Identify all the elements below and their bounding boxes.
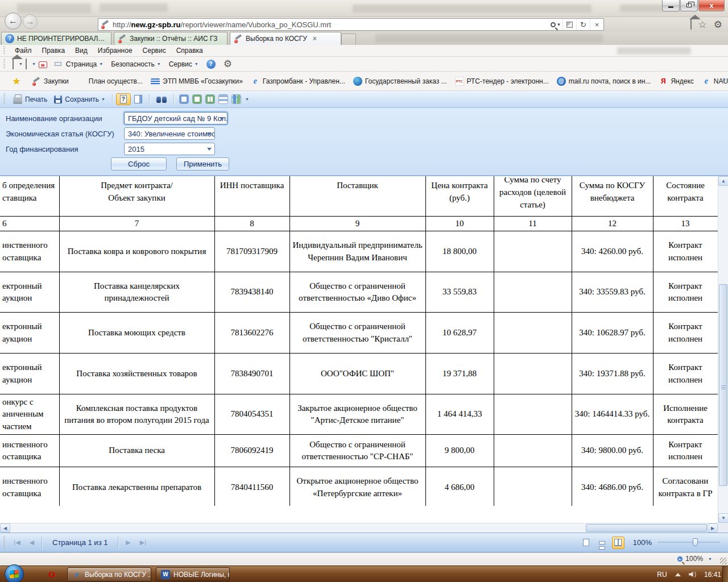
print-report-button[interactable]: Печать: [10, 94, 51, 105]
view-two-pages-button[interactable]: [205, 94, 215, 104]
cell-r2-c8: 7839438140: [214, 272, 289, 313]
view-continuous-button[interactable]: [192, 94, 202, 104]
home-icon: [690, 19, 692, 30]
home-dropdown-icon[interactable]: ▼: [19, 62, 23, 66]
cell-r7-c10: 4 686,00: [425, 467, 494, 506]
scroll-up-button[interactable]: ▲: [718, 176, 728, 186]
url-protocol: http://: [113, 20, 131, 29]
view-multiple-pages-button[interactable]: [218, 94, 228, 104]
zoom-slider-thumb[interactable]: [693, 538, 698, 546]
show-desktop-button[interactable]: [722, 566, 728, 582]
command-item-2[interactable]: Безопасность▼: [107, 60, 164, 68]
close-button[interactable]: x: [698, 0, 725, 11]
favorite-link-1[interactable]: Закупки: [28, 77, 73, 86]
forward-button[interactable]: →: [23, 14, 38, 29]
taskbar-window-2[interactable]: WНОВЫЕ Логины, па...: [156, 567, 230, 581]
vertical-scroll-thumb[interactable]: [719, 284, 727, 486]
favorite-link-8[interactable]: ЯЯндекс: [655, 77, 697, 86]
command-item-3[interactable]: Сервис▼: [165, 60, 202, 68]
clock[interactable]: 16:41: [704, 571, 721, 579]
horizontal-scroll-thumb[interactable]: [586, 524, 707, 532]
cell-r6-c13: Контракт исполнен: [653, 435, 718, 467]
compatibility-view-button[interactable]: [562, 19, 576, 30]
minimize-button[interactable]: [662, 0, 680, 11]
menu-item-1[interactable]: Файл: [10, 47, 37, 55]
bookmarks-panel-button[interactable]: [131, 94, 146, 105]
view-single-page-button[interactable]: [179, 94, 189, 104]
help-command-button[interactable]: ?: [202, 60, 220, 69]
window-titlebar[interactable]: x: [0, 0, 728, 17]
scroll-right-button[interactable]: ▶: [708, 523, 718, 533]
filter-select-3[interactable]: 2015: [124, 143, 215, 155]
filter-select-1[interactable]: ГБДОУ детский сад № 9 Кол...: [124, 112, 228, 124]
new-tab-button[interactable]: [341, 34, 356, 45]
address-bar[interactable]: http://new.gz-spb.ru/report/viewer/name/…: [98, 18, 604, 31]
scroll-down-button[interactable]: ▼: [718, 513, 728, 523]
taskbar-window-1[interactable]: eВыборка по КОСГУ ...: [67, 567, 151, 581]
back-button[interactable]: ←: [5, 13, 22, 30]
horizontal-scrollbar[interactable]: ◀ ▶: [0, 523, 718, 533]
last-page-button[interactable]: ▶|: [135, 536, 150, 550]
add-favorite-button[interactable]: ★: [8, 77, 28, 86]
ie-icon: e: [72, 570, 81, 579]
favorite-link-5[interactable]: Государственный заказ ...: [349, 77, 451, 86]
favorites-button[interactable]: ☆: [698, 19, 707, 31]
filter-select-2[interactable]: 340: Увеличение стоимос: [124, 127, 215, 140]
parameters-panel-button[interactable]: ?: [116, 93, 131, 105]
vertical-scrollbar[interactable]: ▲ ▼: [718, 176, 728, 523]
menu-item-2[interactable]: Правка: [37, 47, 71, 55]
apply-button[interactable]: Применить: [176, 157, 229, 171]
next-page-button[interactable]: ▶: [121, 536, 135, 550]
home-button[interactable]: [690, 19, 692, 30]
reset-button[interactable]: Сброс: [111, 157, 167, 171]
tab-3[interactable]: Выборка по КОСГУ×: [230, 32, 341, 45]
taskbar-opera-button[interactable]: O: [44, 567, 59, 581]
language-indicator[interactable]: RU: [657, 571, 667, 579]
start-button[interactable]: [5, 564, 24, 582]
feeds-dropdown-icon[interactable]: ▼: [32, 62, 36, 66]
zoom-page-width-button[interactable]: [596, 537, 609, 549]
zoom-page-height-button[interactable]: [580, 537, 593, 549]
favorite-link-7[interactable]: @mail.ru почта, поиск в ин...: [553, 77, 655, 86]
settings-command-button[interactable]: ⚙: [220, 58, 236, 70]
find-button[interactable]: [153, 94, 170, 105]
save-report-button[interactable]: Сохранить ▼: [51, 94, 109, 105]
stop-button[interactable]: ×: [590, 19, 603, 30]
previous-page-button[interactable]: ◀: [24, 536, 39, 550]
menu-item-5[interactable]: Сервис: [138, 47, 171, 55]
favorite-link-6[interactable]: РТСРТС-тендер - электронн...: [451, 77, 553, 86]
scroll-left-button[interactable]: ◀: [0, 523, 10, 533]
tools-button[interactable]: ⚙: [714, 19, 722, 31]
favorite-link-4[interactable]: eГазпромбанк - Управлен...: [247, 77, 349, 86]
view-page-grid-button[interactable]: [231, 94, 241, 104]
cell-r5-c6: онкурс с аниченным частием: [0, 394, 59, 435]
search-button[interactable]: ▼: [549, 19, 562, 30]
menu-item-4[interactable]: Избранное: [93, 47, 138, 55]
favorites-overflow-chevron[interactable]: »: [722, 76, 726, 82]
feeds-button[interactable]: [26, 59, 27, 69]
home-command-button[interactable]: [13, 59, 14, 69]
zoom-multiple-pages-button[interactable]: [612, 537, 624, 549]
restore-button[interactable]: [680, 0, 698, 11]
menu-item-3[interactable]: Вид: [70, 47, 93, 55]
cell-r4-c7: Поставка хозяйственных товаров: [59, 354, 214, 394]
menu-item-6[interactable]: Справка: [171, 47, 208, 55]
tab-2[interactable]: Закупки :: Отчёты :: АИС ГЗ: [114, 32, 228, 45]
command-item-1[interactable]: Страница▼: [62, 60, 107, 68]
volume-button[interactable]: ): [689, 571, 696, 577]
tab-close-icon[interactable]: ×: [313, 35, 317, 43]
toolbar-separator: [112, 94, 113, 105]
show-hidden-icons-button[interactable]: [675, 573, 681, 576]
browser-zoom-control[interactable]: 100% ▼: [677, 555, 712, 563]
favorite-link-2[interactable]: План осуществ...: [73, 77, 147, 86]
ie-icon: e: [251, 77, 260, 86]
favorite-link-3[interactable]: ЭТП ММВБ «Госзакупки»: [147, 77, 247, 85]
header-cell-11: Сумма по счету расходов (целевой статье): [494, 176, 572, 216]
first-page-button[interactable]: |◀: [10, 536, 24, 550]
zoom-slider[interactable]: [657, 542, 720, 543]
view-mode-dropdown-icon[interactable]: ▼: [245, 97, 249, 101]
read-mail-button[interactable]: ✉: [39, 59, 47, 69]
yandex-icon: Я: [659, 77, 668, 86]
tab-1[interactable]: ?НЕ ПРОИНТЕГРИРОВАЛСЯ К...: [1, 32, 111, 45]
refresh-button[interactable]: ↻: [576, 19, 590, 30]
